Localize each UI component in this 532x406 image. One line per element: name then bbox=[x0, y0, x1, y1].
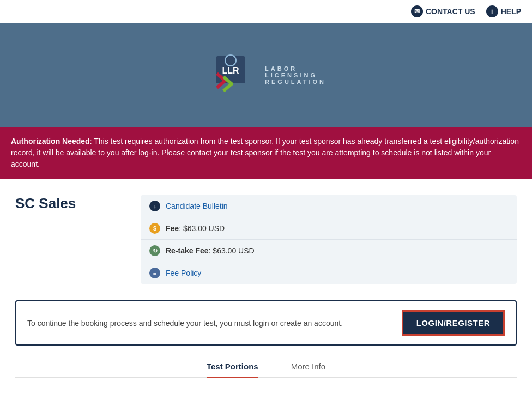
candidate-bulletin-row: ↓ Candidate Bulletin bbox=[141, 195, 517, 217]
contact-us-label: CONTACT US bbox=[426, 7, 475, 16]
dollar-icon: $ bbox=[149, 223, 160, 234]
fee-label: Fee: $63.00 USD bbox=[166, 224, 225, 233]
alert-bold-text: Authorization Needed bbox=[11, 137, 90, 146]
fee-policy-link[interactable]: Fee Policy bbox=[166, 269, 201, 277]
help-link[interactable]: i HELP bbox=[486, 5, 521, 17]
logo-line-1: LABOR bbox=[265, 65, 326, 72]
exam-title: SC Sales bbox=[15, 195, 124, 212]
top-nav: ✉ CONTACT US i HELP bbox=[0, 0, 532, 23]
help-icon: i bbox=[486, 5, 498, 17]
exam-section: SC Sales ↓ Candidate Bulletin $ Fee: $63… bbox=[15, 195, 517, 284]
fee-row: $ Fee: $63.00 USD bbox=[141, 217, 517, 240]
logo-container: LLR LABOR LICENSING REGULATION bbox=[206, 51, 326, 100]
login-box-text: To continue the booking process and sche… bbox=[27, 319, 343, 328]
main-content: SC Sales ↓ Candidate Bulletin $ Fee: $63… bbox=[4, 179, 528, 389]
tabs-container: Test Portions More Info bbox=[15, 362, 517, 378]
logo-text-block: LABOR LICENSING REGULATION bbox=[265, 65, 326, 85]
llr-logo-svg: LLR bbox=[206, 51, 255, 100]
exam-info-panel: ↓ Candidate Bulletin $ Fee: $63.00 USD ↻… bbox=[141, 195, 517, 284]
fee-policy-row: ≡ Fee Policy bbox=[141, 262, 517, 284]
alert-box: Authorization Needed: This test requires… bbox=[0, 127, 532, 179]
retake-fee-label: Re-take Fee: $63.00 USD bbox=[166, 246, 255, 255]
tab-test-portions[interactable]: Test Portions bbox=[207, 362, 258, 378]
candidate-bulletin-link[interactable]: Candidate Bulletin bbox=[166, 202, 228, 210]
logo-line-3: REGULATION bbox=[265, 78, 326, 85]
login-register-button[interactable]: LOGIN/REGISTER bbox=[402, 310, 505, 336]
doc-icon: ≡ bbox=[149, 268, 160, 278]
hero-banner: LLR LABOR LICENSING REGULATION bbox=[0, 23, 532, 127]
svg-text:LLR: LLR bbox=[222, 66, 239, 75]
logo-line-2: LICENSING bbox=[265, 72, 326, 78]
retake-icon: ↻ bbox=[149, 245, 160, 256]
retake-fee-row: ↻ Re-take Fee: $63.00 USD bbox=[141, 240, 517, 262]
tab-more-info[interactable]: More Info bbox=[291, 362, 325, 378]
contact-us-link[interactable]: ✉ CONTACT US bbox=[411, 5, 475, 17]
login-box: To continue the booking process and sche… bbox=[15, 300, 517, 346]
contact-icon: ✉ bbox=[411, 5, 423, 17]
help-label: HELP bbox=[501, 7, 521, 16]
download-icon: ↓ bbox=[149, 201, 160, 211]
